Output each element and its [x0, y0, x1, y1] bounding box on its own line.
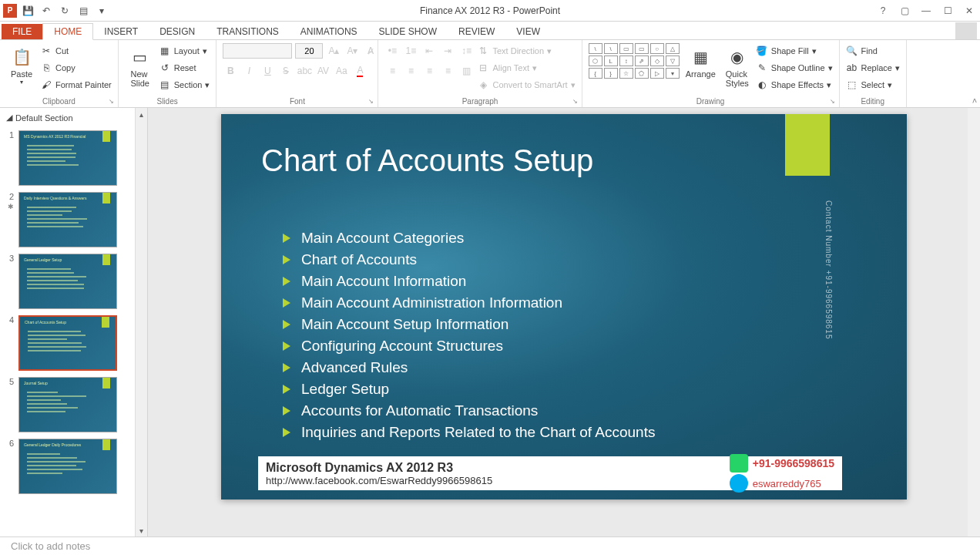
bullet-icon [283, 255, 290, 264]
cut-button[interactable]: ✂Cut [40, 43, 112, 59]
outdent-button[interactable]: ⇤ [421, 43, 437, 59]
font-family-select[interactable] [223, 43, 292, 59]
tab-slideshow[interactable]: SLIDE SHOW [368, 24, 448, 39]
smartart-button[interactable]: ◈Convert to SmartArt ▾ [477, 77, 575, 92]
reset-button[interactable]: ↺Reset [159, 60, 210, 76]
reset-icon: ↺ [159, 62, 171, 74]
thumbnail-number: 1 [5, 130, 14, 186]
qat-redo-icon[interactable]: ↻ [57, 3, 72, 18]
grow-font-icon[interactable]: A▴ [326, 43, 341, 59]
tab-review[interactable]: REVIEW [448, 24, 505, 39]
drawing-launcher[interactable]: ↘ [830, 98, 837, 106]
find-button[interactable]: 🔍Find [846, 43, 900, 59]
tab-transitions[interactable]: TRANSITIONS [206, 24, 290, 39]
section-header[interactable]: ◢ Default Section [0, 108, 147, 127]
tab-file[interactable]: FILE [2, 24, 42, 39]
text-direction-button[interactable]: ⇅Text Direction ▾ [477, 43, 575, 59]
slide-thumbnail[interactable]: General Ledger Daily Procedures [18, 439, 117, 494]
bullet-item: Chart of Accounts [283, 251, 814, 268]
shrink-font-icon[interactable]: A▾ [344, 43, 360, 59]
arrange-button[interactable]: ▦ Arrange [683, 43, 719, 80]
spacing-button[interactable]: AV [315, 63, 331, 79]
contact-vertical-text: Contact Number +91-9966598615 [824, 200, 833, 340]
minimize-icon[interactable]: — [915, 2, 937, 20]
bullet-item: Main Account Administration Information [283, 294, 814, 311]
paragraph-launcher[interactable]: ↘ [572, 98, 580, 106]
thumbnail-number: 5 [5, 377, 14, 432]
shadow-button[interactable]: abc [297, 63, 312, 79]
case-button[interactable]: Aa [334, 63, 349, 79]
align-left-button[interactable]: ≡ [384, 63, 400, 79]
shapes-gallery[interactable]: \\▭▭○△ ⬡L↕⇗◇▽ {}☆⬠▷▾ [589, 43, 680, 79]
qat-save-icon[interactable]: 💾 [20, 3, 35, 18]
font-color-button[interactable]: A [352, 63, 368, 79]
shape-outline-button[interactable]: ✎Shape Outline ▾ [756, 60, 833, 76]
shape-fill-button[interactable]: 🪣Shape Fill ▾ [756, 43, 833, 59]
tab-home[interactable]: HOME [42, 23, 93, 40]
qat-start-icon[interactable]: ▤ [76, 3, 91, 18]
columns-button[interactable]: ▥ [458, 63, 474, 79]
collapse-ribbon-icon[interactable]: ʌ [972, 96, 977, 104]
slide-canvas[interactable]: Chart of Accounts Setup Contact Number +… [221, 114, 907, 500]
help-icon[interactable]: ? [872, 2, 894, 20]
slide-thumbnail[interactable]: Journal Setup [18, 377, 117, 432]
qat-more-icon[interactable]: ▾ [94, 3, 109, 18]
banner-phone: +91-9966598615 [753, 457, 834, 469]
window-title: Finance AX 2012 R3 - PowerPoint [420, 5, 560, 16]
group-clipboard: 📋 Paste ▾ ✂Cut ⎘Copy 🖌Format Painter Cli… [0, 40, 119, 107]
tab-animations[interactable]: ANIMATIONS [290, 24, 368, 39]
clear-format-icon[interactable]: A̷ [363, 43, 378, 59]
font-launcher[interactable]: ↘ [368, 98, 376, 106]
justify-button[interactable]: ≡ [440, 63, 455, 79]
slide-thumbnail[interactable]: Chart of Accounts Setup [18, 315, 117, 371]
close-icon[interactable]: ✕ [958, 2, 980, 20]
effects-icon: ◐ [756, 79, 768, 91]
slide-thumbnail[interactable]: Daily Interview Questions & Answers [18, 192, 117, 247]
select-button[interactable]: ⬚Select ▾ [846, 77, 900, 92]
align-center-button[interactable]: ≡ [403, 63, 418, 79]
underline-button[interactable]: U [260, 63, 275, 79]
qat-undo-icon[interactable]: ↶ [39, 3, 54, 18]
bullets-button[interactable]: •≡ [384, 43, 400, 59]
shape-effects-button[interactable]: ◐Shape Effects ▾ [756, 77, 833, 92]
bullet-icon [283, 428, 290, 437]
bullet-item: Inquiries and Reports Related to the Cha… [283, 424, 814, 441]
font-size-select[interactable] [295, 43, 323, 59]
layout-icon: ▦ [159, 45, 171, 57]
align-text-button[interactable]: ⊟Align Text ▾ [477, 60, 575, 76]
section-button[interactable]: ▤Section ▾ [159, 77, 210, 92]
replace-button[interactable]: abReplace ▾ [846, 60, 900, 76]
ribbon-display-icon[interactable]: ▢ [894, 2, 915, 20]
quick-styles-button[interactable]: ◉ Quick Styles [722, 43, 753, 89]
copy-button[interactable]: ⎘Copy [40, 60, 112, 76]
strike-button[interactable]: S̶ [278, 63, 294, 79]
maximize-icon[interactable]: ☐ [937, 2, 958, 20]
clipboard-launcher[interactable]: ↘ [109, 98, 116, 106]
bullet-icon [283, 406, 290, 415]
line-spacing-button[interactable]: ↕≡ [458, 43, 474, 59]
slide-thumbnail[interactable]: General Ledger Setup [18, 254, 117, 309]
tab-view[interactable]: VIEW [505, 24, 551, 39]
scroll-down-icon[interactable]: ▾ [136, 524, 147, 536]
scroll-up-icon[interactable]: ▴ [136, 108, 147, 120]
numbering-button[interactable]: 1≡ [403, 43, 418, 59]
indent-button[interactable]: ⇥ [440, 43, 455, 59]
tab-insert[interactable]: INSERT [93, 24, 149, 39]
slide-scrollbar[interactable] [968, 108, 980, 536]
new-slide-button[interactable]: ▭ New Slide [125, 43, 156, 89]
layout-button[interactable]: ▦Layout ▾ [159, 43, 210, 59]
bullet-text: Advanced Rules [301, 359, 408, 376]
slide-thumbnail[interactable]: MS Dynamics AX 2012 R3 Financial [18, 130, 117, 186]
notes-pane[interactable]: Click to add notes [0, 536, 980, 555]
align-right-button[interactable]: ≡ [421, 63, 437, 79]
bullet-text: Main Account Information [301, 273, 466, 290]
copy-icon: ⎘ [40, 62, 52, 74]
italic-button[interactable]: I [241, 63, 257, 79]
format-painter-button[interactable]: 🖌Format Painter [40, 77, 112, 92]
user-account[interactable] [955, 22, 977, 39]
bullet-icon [283, 277, 290, 286]
bold-button[interactable]: B [223, 63, 238, 79]
tab-design[interactable]: DESIGN [149, 24, 206, 39]
paste-button[interactable]: 📋 Paste ▾ [6, 43, 37, 87]
panel-scrollbar[interactable]: ▴ ▾ [135, 108, 147, 536]
